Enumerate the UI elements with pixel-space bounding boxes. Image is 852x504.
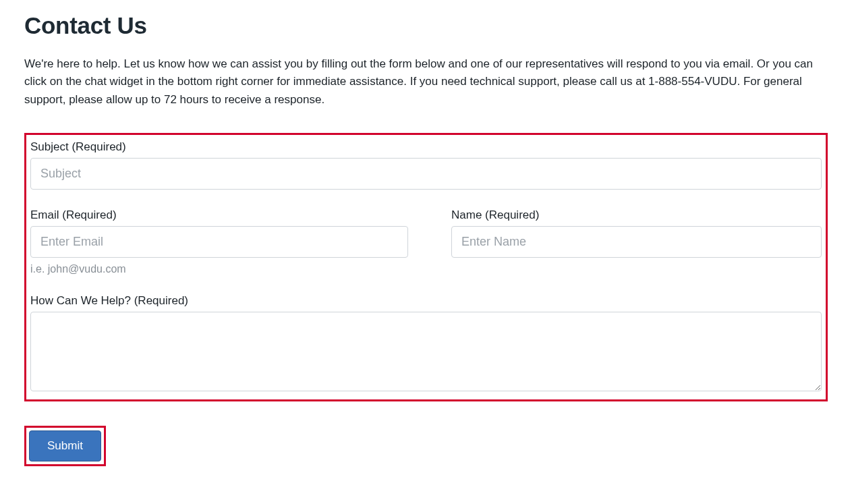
- contact-form-highlight: Subject (Required) Email (Required) i.e.…: [24, 133, 828, 401]
- message-label: How Can We Help? (Required): [30, 294, 822, 308]
- submit-button[interactable]: Submit: [29, 430, 101, 461]
- subject-group: Subject (Required): [30, 140, 822, 190]
- name-label: Name (Required): [451, 208, 822, 222]
- submit-area: Submit: [24, 426, 828, 466]
- page-title: Contact Us: [24, 12, 828, 39]
- email-label: Email (Required): [30, 208, 408, 222]
- intro-text: We're here to help. Let us know how we c…: [24, 55, 828, 109]
- submit-highlight: Submit: [24, 426, 106, 466]
- name-group: Name (Required): [451, 208, 822, 294]
- subject-input[interactable]: [30, 158, 822, 190]
- email-input[interactable]: [30, 226, 408, 258]
- email-group: Email (Required) i.e. john@vudu.com: [30, 208, 408, 275]
- message-textarea[interactable]: [30, 312, 822, 391]
- name-input[interactable]: [451, 226, 822, 258]
- subject-label: Subject (Required): [30, 140, 822, 154]
- message-group: How Can We Help? (Required): [30, 294, 822, 394]
- email-help-text: i.e. john@vudu.com: [30, 263, 408, 275]
